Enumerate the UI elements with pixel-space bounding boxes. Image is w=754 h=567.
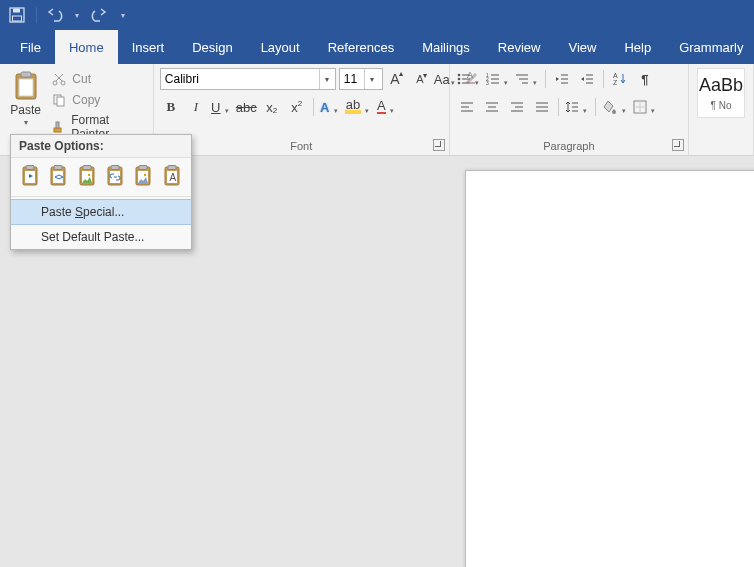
paste-label: Paste [10, 103, 41, 117]
align-right-button[interactable] [506, 96, 528, 118]
tab-home[interactable]: Home [55, 30, 118, 64]
increase-indent-button[interactable] [576, 68, 598, 90]
svg-text:2: 2 [486, 76, 489, 82]
svg-rect-59 [26, 166, 34, 170]
superscript-button[interactable]: x2 [286, 96, 308, 118]
text-effects-button[interactable]: A [319, 96, 341, 118]
paste-options-icons: A [11, 158, 191, 194]
show-marks-button[interactable]: ¶ [634, 68, 656, 90]
separator [595, 98, 596, 116]
svg-text:1: 1 [486, 73, 489, 78]
undo-dropdown-icon[interactable]: ▾ [75, 11, 79, 20]
font-name-dropdown-icon[interactable]: ▾ [319, 69, 335, 89]
svg-rect-2 [13, 16, 22, 21]
decrease-indent-button[interactable] [551, 68, 573, 90]
svg-point-21 [457, 82, 460, 85]
paste-special-u: S [75, 205, 83, 219]
strikethrough-button[interactable]: abc [235, 96, 258, 118]
paste-keep-source-list-icon[interactable] [132, 164, 154, 188]
style-tile-normal[interactable]: AaBb ¶ No [697, 68, 745, 118]
separator [558, 98, 559, 116]
tab-insert[interactable]: Insert [118, 30, 179, 64]
style-sample: AaBb [699, 75, 743, 96]
tab-help[interactable]: Help [610, 30, 665, 64]
grow-font-button[interactable]: A▴ [386, 68, 408, 90]
separator [603, 70, 604, 88]
svg-text:A: A [169, 172, 176, 183]
tab-file[interactable]: File [6, 30, 55, 64]
paintbrush-icon [51, 119, 66, 135]
paste-picture-icon[interactable] [76, 164, 98, 188]
justify-button[interactable] [531, 96, 553, 118]
paste-special-item[interactable]: Paste Special... [11, 199, 191, 225]
tab-design[interactable]: Design [178, 30, 246, 64]
shading-button[interactable] [601, 96, 629, 118]
paste-button[interactable]: Paste ▾ [6, 68, 45, 128]
tab-layout[interactable]: Layout [247, 30, 314, 64]
paste-options-header: Paste Options: [11, 135, 191, 158]
paste-keep-source-icon[interactable] [19, 164, 41, 188]
align-center-button[interactable] [481, 96, 503, 118]
change-case-button[interactable]: Aa [436, 68, 458, 90]
paste-text-only-icon[interactable]: A [161, 164, 183, 188]
quick-access-toolbar: ▾ ▾ [0, 0, 754, 30]
svg-text:3: 3 [486, 80, 489, 85]
group-label-paragraph: Paragraph [450, 137, 688, 155]
group-paragraph: 123 AZ ¶ [450, 64, 689, 155]
paste-special-post: pecial... [83, 205, 124, 219]
font-color-button[interactable]: A [375, 96, 397, 118]
sort-button[interactable]: AZ [609, 68, 631, 90]
align-left-button[interactable] [456, 96, 478, 118]
line-spacing-button[interactable] [564, 96, 590, 118]
bullets-button[interactable] [456, 68, 482, 90]
document-page[interactable] [465, 170, 754, 567]
group-styles: AaBb ¶ No [689, 64, 754, 155]
paste-dropdown-icon[interactable]: ▾ [24, 118, 28, 127]
paste-merge-formatting-icon[interactable] [47, 164, 69, 188]
paste-link-icon[interactable] [104, 164, 126, 188]
separator [545, 70, 546, 88]
undo-icon[interactable] [45, 4, 67, 26]
svg-rect-1 [13, 9, 20, 13]
redo-icon[interactable] [87, 4, 109, 26]
svg-rect-13 [57, 97, 64, 106]
set-default-paste-item[interactable]: Set Default Paste... [11, 225, 191, 249]
numbering-button[interactable]: 123 [485, 68, 511, 90]
tab-view[interactable]: View [554, 30, 610, 64]
save-icon[interactable] [6, 4, 28, 26]
font-name-input[interactable] [161, 69, 319, 89]
shrink-font-button[interactable]: A▾ [411, 68, 433, 90]
svg-point-9 [61, 81, 65, 85]
subscript-button[interactable]: x2 [261, 96, 283, 118]
underline-button[interactable]: U [210, 96, 232, 118]
svg-rect-65 [83, 166, 91, 170]
bold-button[interactable]: B [160, 96, 182, 118]
svg-rect-55 [634, 101, 646, 113]
font-size-input[interactable] [340, 69, 364, 89]
svg-rect-69 [111, 166, 119, 170]
svg-point-8 [53, 81, 57, 85]
svg-rect-72 [139, 166, 147, 170]
paragraph-launcher-icon[interactable] [672, 139, 684, 151]
italic-button[interactable]: I [185, 96, 207, 118]
cut-label: Cut [72, 72, 91, 86]
font-size-dropdown-icon[interactable]: ▾ [364, 69, 380, 89]
group-label-font: Font [154, 137, 449, 155]
tab-review[interactable]: Review [484, 30, 555, 64]
font-launcher-icon[interactable] [433, 139, 445, 151]
tab-references[interactable]: References [314, 30, 408, 64]
cut-button[interactable]: Cut [49, 70, 146, 88]
copy-button[interactable]: Copy [49, 91, 146, 109]
qat-customize-icon[interactable]: ▾ [121, 11, 125, 20]
font-name-combo[interactable]: ▾ [160, 68, 336, 90]
highlight-button[interactable]: ab [344, 96, 372, 118]
tab-mailings[interactable]: Mailings [408, 30, 484, 64]
tab-grammarly[interactable]: Grammarly [665, 30, 754, 64]
paste-options-popup: Paste Options: A Paste Special... Set De… [10, 134, 192, 250]
multilevel-list-button[interactable] [514, 68, 540, 90]
font-size-combo[interactable]: ▾ [339, 68, 383, 90]
svg-rect-14 [54, 128, 61, 132]
svg-rect-15 [56, 122, 59, 128]
scissors-icon [51, 71, 67, 87]
borders-button[interactable] [632, 96, 658, 118]
